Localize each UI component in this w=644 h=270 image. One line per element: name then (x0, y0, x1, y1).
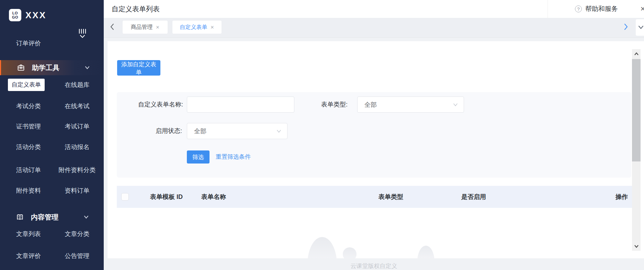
chevron-down-icon (83, 215, 89, 221)
tabs-dropdown-button[interactable] (636, 19, 644, 36)
sidebar-item-material-orders[interactable]: 资料订单 (52, 187, 102, 195)
sidebar: LO GO XXX 订单评价 助学工具 自定义表单 在线题库 考试分类 在线 (0, 0, 104, 270)
logo-text-line1: LO (9, 11, 21, 15)
sidebar-item-article-list[interactable]: 文章列表 (0, 230, 57, 238)
tab-custom-form[interactable]: 自定义表单 ✕ (172, 21, 222, 34)
sidebar-item-attachment-category[interactable]: 附件资料分类 (52, 166, 102, 174)
tab-product-management[interactable]: 商品管理 ✕ (123, 21, 168, 34)
sidebar-section-content-mgmt[interactable]: 内容管理 (0, 210, 104, 225)
tab-bar: 商品管理 ✕ 自定义表单 ✕ (104, 18, 644, 38)
add-custom-form-button[interactable]: 添加自定义表单 (117, 60, 160, 76)
column-header-form-type: 表单类型 (379, 186, 403, 208)
chevron-down-icon (276, 129, 282, 133)
sidebar-item-article-category[interactable]: 文章分类 (52, 230, 102, 238)
scrollbar-up-arrow[interactable] (632, 49, 641, 58)
sidebar-section-label: 内容管理 (31, 213, 58, 222)
close-icon[interactable]: ✕ (211, 25, 214, 30)
enabled-status-select[interactable]: 全部 (187, 123, 287, 139)
scrollbar-down-arrow[interactable] (632, 241, 641, 251)
sidebar-item-order-review[interactable]: 订单评价 (0, 39, 57, 47)
column-header-actions: 操作 (615, 186, 628, 208)
briefcase-icon (17, 64, 25, 72)
column-header-enabled: 是否启用 (461, 186, 486, 208)
logo: LO GO (9, 9, 21, 21)
select-value: 全部 (194, 127, 206, 135)
tab-label: 商品管理 (131, 24, 153, 31)
sidebar-item-exam-orders[interactable]: 考试订单 (52, 122, 102, 131)
help-icon: ? (575, 5, 582, 12)
column-header-template-id: 表单模板 ID (150, 186, 183, 208)
main-panel: 添加自定义表单 自定义表单名称: 表单类型: 全部 启用状态: 全部 筛选 重置… (108, 41, 644, 258)
tab-label: 自定义表单 (180, 24, 207, 31)
select-value: 全部 (364, 101, 377, 109)
page-title: 自定义表单列表 (112, 0, 160, 18)
sidebar-section-study-tools[interactable]: 助学工具 (0, 60, 104, 75)
select-all-checkbox[interactable] (121, 193, 129, 201)
sidebar-item-online-exam[interactable]: 在线考试 (52, 102, 102, 110)
empty-state-hill-small (343, 247, 357, 258)
chevron-down-icon (84, 65, 90, 71)
book-icon (16, 213, 24, 221)
sidebar-item-online-question-bank[interactable]: 在线题库 (52, 81, 102, 89)
scrollbar-thumb[interactable] (632, 59, 641, 161)
sidebar-item-exam-category[interactable]: 考试分类 (0, 102, 57, 110)
sidebar-item-activity-orders[interactable]: 活动订单 (0, 166, 57, 174)
vertical-scrollbar[interactable] (632, 49, 641, 251)
sidebar-item-article-review[interactable]: 文章评价 (0, 252, 57, 260)
chevron-down-icon (638, 25, 644, 30)
table-header-row: 表单模板 ID 表单名称 表单类型 是否启用 操作 (117, 186, 632, 208)
brand-name: XXX (25, 9, 46, 21)
form-type-label: 表单类型: (309, 97, 348, 113)
sidebar-item-certificate-mgmt[interactable]: 证书管理 (0, 122, 57, 131)
partial-close-icon[interactable]: ✕ (640, 0, 644, 18)
reset-filter-link[interactable]: 重置筛选条件 (216, 150, 251, 164)
copyright-text: 云课堂版权自定义 (104, 262, 644, 270)
sidebar-item-activity-signup[interactable]: 活动报名 (52, 143, 102, 151)
sidebar-item-attachments[interactable]: 附件资料 (0, 187, 57, 195)
empty-state-hill-right (417, 246, 434, 258)
header-divider (547, 0, 548, 18)
help-label: 帮助和服务 (585, 4, 618, 13)
top-header: 自定义表单列表 ? 帮助和服务 ✕ (104, 0, 644, 18)
logo-text-line2: GO (9, 15, 21, 19)
tabs-scroll-left-icon[interactable] (110, 23, 115, 32)
enabled-status-label: 启用状态: (117, 123, 182, 139)
collapse-sidebar-icon[interactable] (78, 28, 87, 39)
form-type-select[interactable]: 全部 (357, 97, 464, 113)
help-and-service-button[interactable]: ? 帮助和服务 (575, 0, 618, 18)
sidebar-item-activity-category[interactable]: 活动分类 (0, 143, 57, 151)
form-name-label: 自定义表单名称: (117, 97, 183, 113)
sidebar-item-custom-form-selected[interactable]: 自定义表单 (8, 79, 45, 91)
chevron-down-icon (453, 103, 458, 107)
close-icon[interactable]: ✕ (156, 25, 160, 30)
sidebar-item-announcement-mgmt[interactable]: 公告管理 (52, 252, 102, 260)
form-name-input[interactable] (187, 97, 294, 113)
filter-panel: 自定义表单名称: 表单类型: 全部 启用状态: 全部 筛选 重置筛选条件 (117, 92, 631, 178)
filter-button[interactable]: 筛选 (187, 150, 210, 164)
empty-state-hill-large (307, 237, 337, 258)
sidebar-section-label: 助学工具 (32, 63, 59, 72)
tabs-scroll-right-icon[interactable] (623, 23, 629, 32)
column-header-form-name: 表单名称 (201, 186, 226, 208)
